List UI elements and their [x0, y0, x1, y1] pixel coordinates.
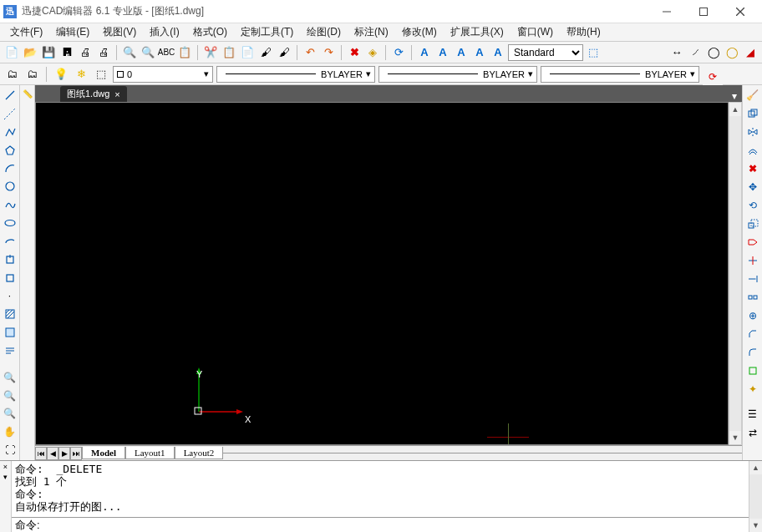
- menu-draw[interactable]: 绘图(D): [300, 23, 348, 41]
- hatch-tool-icon[interactable]: [2, 306, 18, 322]
- join-icon[interactable]: ⊕: [744, 307, 761, 324]
- spline-tool-icon[interactable]: [2, 196, 18, 213]
- properties-icon[interactable]: ☰: [744, 406, 761, 423]
- redo-icon[interactable]: ↷: [320, 44, 337, 61]
- text-find-icon[interactable]: A: [490, 44, 506, 61]
- vertical-scrollbar[interactable]: ▲ ▼: [729, 102, 742, 445]
- layer-freeze-icon[interactable]: ❄: [73, 66, 89, 83]
- preview-icon[interactable]: 🔍: [121, 44, 138, 61]
- text-single-icon[interactable]: A: [416, 44, 433, 61]
- menu-custom-tools[interactable]: 定制工具(T): [234, 23, 300, 41]
- dim-diameter-icon[interactable]: ◯: [724, 44, 740, 61]
- menu-modify[interactable]: 修改(M): [395, 23, 444, 41]
- refresh-icon[interactable]: ⟳: [704, 68, 721, 85]
- ellipse-tool-icon[interactable]: [2, 215, 18, 231]
- close-button[interactable]: [722, 0, 759, 23]
- arc-tool-icon[interactable]: [2, 160, 18, 176]
- menu-format[interactable]: 格式(O): [186, 23, 234, 41]
- menu-help[interactable]: 帮助(H): [560, 23, 607, 41]
- menu-edit[interactable]: 编辑(E): [49, 23, 96, 41]
- toggle-icon[interactable]: ⇄: [744, 424, 761, 441]
- menu-window[interactable]: 窗口(W): [511, 23, 560, 41]
- maximize-button[interactable]: [685, 0, 722, 23]
- break-icon[interactable]: [744, 289, 761, 306]
- text-style-icon[interactable]: A: [453, 44, 470, 61]
- scroll-down-icon[interactable]: ▼: [729, 431, 741, 444]
- zoom-realtime-icon[interactable]: 🔍: [2, 388, 18, 404]
- fillet-square-icon[interactable]: [744, 362, 761, 379]
- rotate-icon[interactable]: ⟲: [744, 197, 761, 214]
- cmd-scroll-up-icon[interactable]: ▲: [749, 461, 762, 474]
- line-tool-icon[interactable]: [2, 87, 18, 104]
- pan-icon[interactable]: ✋: [2, 423, 18, 440]
- copy-obj-icon[interactable]: [744, 105, 761, 122]
- offset-icon[interactable]: [744, 142, 761, 159]
- zoom-extents-icon[interactable]: ⛶: [2, 442, 18, 459]
- insert-block-icon[interactable]: [2, 251, 18, 268]
- regen-icon[interactable]: ⟳: [390, 44, 407, 61]
- dim-linear-icon[interactable]: ↔: [668, 44, 685, 61]
- layer-manager-icon[interactable]: 🗂: [3, 66, 20, 83]
- select-icon[interactable]: ◈: [364, 44, 381, 61]
- dim-aligned-icon[interactable]: ⟋: [687, 44, 704, 61]
- text-edit-icon[interactable]: A: [471, 44, 488, 61]
- command-input[interactable]: [43, 519, 745, 531]
- cmd-scroll-down-icon[interactable]: ▼: [749, 519, 762, 532]
- text-height-icon[interactable]: ⬚: [585, 44, 602, 61]
- menu-insert[interactable]: 插入(I): [143, 23, 185, 41]
- dim-radius-icon[interactable]: ◯: [705, 44, 722, 61]
- layout-tab-layout1[interactable]: Layout1: [125, 447, 175, 459]
- text-multi-icon[interactable]: A: [434, 44, 451, 61]
- stretch-icon[interactable]: [744, 234, 761, 251]
- menu-dimension[interactable]: 标注(N): [348, 23, 395, 41]
- polyline-tool-icon[interactable]: [2, 124, 18, 140]
- scroll-up-icon[interactable]: ▲: [729, 103, 741, 116]
- mtext-tool-icon[interactable]: [2, 342, 18, 359]
- drawing-canvas[interactable]: X Y: [35, 102, 729, 445]
- text-style-dropdown[interactable]: Standard: [508, 44, 583, 61]
- delete-icon[interactable]: ✖: [346, 44, 363, 61]
- copy-icon[interactable]: 📋: [221, 44, 237, 61]
- file-tab[interactable]: 图纸1.dwg ×: [60, 86, 127, 102]
- construction-line-icon[interactable]: [2, 105, 18, 122]
- fillet-icon[interactable]: [744, 344, 761, 361]
- new-file-icon[interactable]: 📄: [3, 44, 20, 61]
- layout-nav-last-icon[interactable]: ⏭: [70, 447, 82, 460]
- command-toggle[interactable]: × ▾: [0, 461, 12, 532]
- array-delete-icon[interactable]: ✖: [744, 160, 761, 177]
- spellcheck-icon[interactable]: ABC: [158, 44, 175, 61]
- zoom-previous-icon[interactable]: 🔍: [2, 406, 18, 423]
- undo-icon[interactable]: ↶: [302, 44, 318, 61]
- extend-icon[interactable]: [744, 271, 761, 287]
- ellipse-arc-tool-icon[interactable]: [2, 233, 18, 250]
- linetype-dropdown[interactable]: BYLAYER▾: [378, 66, 537, 83]
- match-properties-icon[interactable]: 🖌: [257, 44, 274, 61]
- save-all-icon[interactable]: 🖪: [58, 44, 75, 61]
- mirror-icon[interactable]: [744, 124, 761, 140]
- print-preview-icon[interactable]: 🖨: [95, 44, 112, 61]
- layout-nav-first-icon[interactable]: ⏮: [35, 447, 47, 460]
- paste-icon[interactable]: 📄: [239, 44, 256, 61]
- layer-dropdown[interactable]: 0 ▾: [113, 66, 213, 83]
- layer-prev-icon[interactable]: 🗂: [23, 66, 40, 83]
- menu-view[interactable]: 视图(V): [96, 23, 143, 41]
- menu-extended-tools[interactable]: 扩展工具(X): [444, 23, 511, 41]
- chamfer-icon[interactable]: [744, 326, 761, 342]
- layout-nav-prev-icon[interactable]: ◀: [47, 447, 58, 460]
- layer-state-icon[interactable]: 💡: [53, 66, 69, 83]
- make-block-icon[interactable]: [2, 270, 18, 286]
- dim-angular-icon[interactable]: ◢: [742, 44, 759, 61]
- scale-icon[interactable]: [744, 215, 761, 232]
- distance-tool-icon[interactable]: 📏: [21, 87, 34, 100]
- layer-lock-icon[interactable]: ⬚: [93, 66, 109, 83]
- polygon-tool-icon[interactable]: [2, 142, 18, 159]
- erase-icon[interactable]: 🧹: [744, 87, 761, 104]
- explode-icon[interactable]: ✦: [744, 381, 761, 398]
- point-tool-icon[interactable]: ·: [2, 287, 18, 304]
- print-icon[interactable]: 🖨: [77, 44, 94, 61]
- close-file-icon[interactable]: ×: [114, 89, 119, 99]
- command-scrollbar[interactable]: ▲ ▼: [749, 461, 762, 532]
- save-icon[interactable]: 💾: [40, 44, 57, 61]
- cmd-toggle-close-icon[interactable]: ×: [3, 463, 8, 471]
- trim-icon[interactable]: [744, 252, 761, 269]
